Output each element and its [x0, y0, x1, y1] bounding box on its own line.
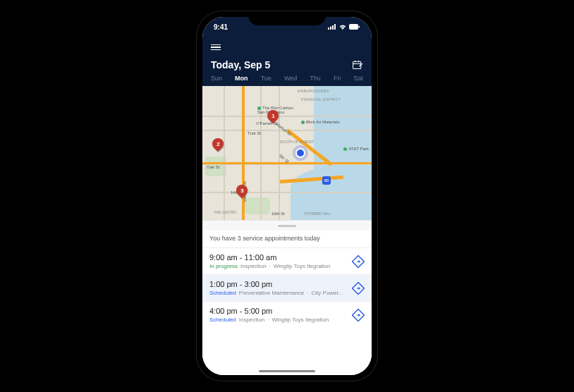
signal-icon — [328, 24, 336, 30]
svg-rect-1 — [330, 27, 331, 30]
appointment-status: In progress — [209, 263, 238, 269]
map-label-embarcadero: EMBARCADERO — [298, 89, 329, 93]
appointment-type: Preventative Maintenance — [239, 290, 305, 296]
status-time: 9:41 — [214, 23, 228, 31]
map-label-turk: Turk St — [248, 131, 261, 135]
map-label-financial: FINANCIAL DISTRICT — [301, 97, 341, 102]
appointment-time: 9:00 am - 11:00 am — [209, 253, 331, 262]
map-pin-3[interactable]: 3 — [234, 183, 250, 199]
home-indicator[interactable] — [259, 370, 315, 372]
map-poi-blick: Blick Art Materials — [301, 120, 340, 124]
day-tab-thu[interactable]: Thu — [310, 75, 321, 82]
appointment-customer: Wingtip Toys Itegration — [272, 317, 329, 323]
status-icons — [328, 24, 360, 30]
calendar-icon[interactable] — [352, 59, 363, 71]
appointment-type: Inspection — [239, 317, 264, 323]
map-label-potrero: POTRERO HILL — [305, 212, 331, 216]
appointment-row[interactable]: 4:00 pm - 5:00 pm Scheduled Inspection ·… — [202, 301, 372, 328]
day-tab-sun[interactable]: Sun — [211, 75, 222, 82]
appointment-row[interactable]: 1:00 pm - 3:00 pm Scheduled Preventative… — [202, 274, 372, 301]
appointment-time: 1:00 pm - 3:00 pm — [209, 280, 343, 288]
appointment-status: Scheduled — [209, 317, 236, 323]
directions-button[interactable] — [352, 282, 365, 295]
svg-rect-0 — [328, 27, 329, 30]
day-tab-tue[interactable]: Tue — [261, 75, 271, 82]
notch — [248, 11, 326, 25]
battery-icon — [349, 24, 360, 30]
map-label-oak: Oak St — [207, 165, 219, 169]
day-tabs: Sun Mon Tue Wed Thu Fri Sat — [211, 75, 363, 86]
appointment-time: 4:00 pm - 5:00 pm — [209, 307, 329, 315]
appointment-type: Inspection — [240, 263, 266, 269]
map-view[interactable]: EMBARCADERO FINANCIAL DISTRICT The Ritz-… — [202, 86, 372, 220]
appointments-summary: You have 3 service appointments today — [202, 231, 372, 247]
page-title: Today, Sep 5 — [211, 59, 270, 71]
map-poi-att: AT&T Park — [343, 147, 369, 151]
directions-button[interactable] — [352, 309, 365, 321]
map-label-castro: THE CASTRO — [214, 210, 236, 214]
current-location-dot — [295, 148, 305, 158]
appointment-customer: Wingtip Toys Itegration — [274, 263, 331, 269]
svg-rect-5 — [359, 26, 360, 28]
day-tab-sat[interactable]: Sat — [353, 75, 363, 82]
svg-rect-3 — [334, 24, 336, 30]
phone-frame: 9:41 Today, Sep 5 — [197, 11, 377, 381]
svg-rect-6 — [353, 61, 361, 68]
app-header: Today, Sep 5 Sun Mon Tue Wed Thu Fri Sat — [202, 37, 372, 86]
wifi-icon — [338, 24, 347, 30]
appointment-status: Scheduled — [209, 290, 236, 296]
directions-button[interactable] — [352, 255, 365, 268]
screen: 9:41 Today, Sep 5 — [202, 17, 372, 375]
day-tab-wed[interactable]: Wed — [284, 75, 297, 82]
map-label-16th: 16th St — [271, 212, 285, 216]
menu-button[interactable] — [211, 44, 221, 51]
appointment-row[interactable]: 9:00 am - 11:00 am In progress Inspectio… — [202, 247, 372, 274]
appointments-list: You have 3 service appointments today 9:… — [202, 231, 372, 375]
hwy-shield-80: 80 — [322, 176, 331, 185]
svg-rect-4 — [349, 24, 358, 30]
drag-handle[interactable] — [202, 220, 372, 231]
day-tab-fri[interactable]: Fri — [334, 75, 341, 82]
map-label-soma: SOUTH OF MARKET — [280, 140, 314, 144]
appointment-customer: City Power... — [312, 290, 343, 296]
svg-rect-2 — [332, 25, 334, 30]
day-tab-mon[interactable]: Mon — [235, 75, 248, 82]
